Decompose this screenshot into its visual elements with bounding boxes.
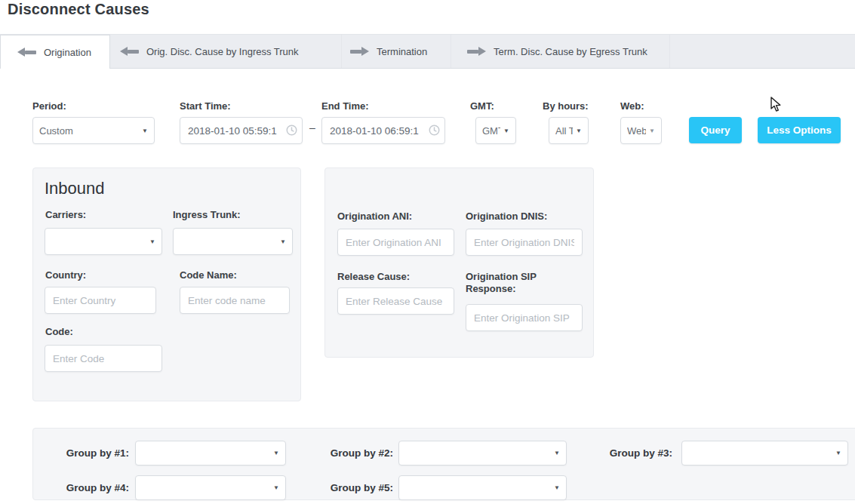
caret-down-icon: ▼ bbox=[554, 450, 560, 456]
web-filter: Web: Web ▼ bbox=[620, 100, 662, 144]
start-time-input[interactable] bbox=[180, 117, 303, 144]
mouse-cursor-icon bbox=[770, 97, 783, 115]
origination-dnis-label: Origination DNIS: bbox=[466, 211, 547, 223]
tab-termination[interactable]: Termination bbox=[342, 35, 451, 68]
tab-bar-filler bbox=[670, 35, 855, 68]
clock-icon[interactable] bbox=[429, 124, 440, 139]
period-select[interactable]: Custom ▼ bbox=[32, 117, 155, 144]
caret-down-icon: ▼ bbox=[503, 128, 509, 134]
tab-bar: Origination Orig. Disc. Cause by Ingress… bbox=[0, 34, 855, 69]
group-by-1-label: Group by #1: bbox=[33, 441, 129, 466]
country-label: Country: bbox=[45, 269, 86, 281]
code-name-input[interactable] bbox=[180, 287, 290, 314]
caret-down-icon: ▼ bbox=[835, 450, 841, 456]
carriers-select[interactable]: ▼ bbox=[45, 228, 162, 255]
release-cause-label: Release Cause: bbox=[337, 271, 410, 283]
end-time-filter: End Time: bbox=[321, 100, 445, 144]
web-value: Web bbox=[627, 125, 646, 137]
origination-ani-label: Origination ANI: bbox=[337, 211, 412, 223]
group-by-4-select[interactable]: ▼ bbox=[135, 475, 286, 500]
end-time-input[interactable] bbox=[321, 117, 445, 144]
gmt-value: GMT - bbox=[482, 125, 500, 137]
arrow-right-icon bbox=[467, 47, 486, 56]
tab-label: Term. Disc. Cause by Egress Trunk bbox=[494, 46, 647, 57]
origination-sip-response-label: Origination SIP Response: bbox=[466, 271, 579, 295]
country-input[interactable] bbox=[45, 287, 156, 314]
period-label: Period: bbox=[32, 100, 155, 112]
caret-down-icon: ▼ bbox=[280, 238, 286, 245]
gmt-label: GMT: bbox=[470, 100, 516, 112]
release-cause-input[interactable] bbox=[337, 287, 454, 315]
start-time-filter: Start Time: bbox=[180, 100, 303, 144]
period-value: Custom bbox=[39, 125, 139, 137]
tab-label: Origination bbox=[44, 47, 91, 58]
clock-icon[interactable] bbox=[286, 124, 297, 139]
start-time-label: Start Time: bbox=[180, 100, 303, 112]
less-options-button[interactable]: Less Options bbox=[758, 117, 841, 143]
caret-down-icon: ▼ bbox=[149, 238, 155, 245]
gmt-select[interactable]: GMT - ▼ bbox=[475, 117, 516, 144]
caret-down-icon: ▼ bbox=[576, 128, 582, 134]
inbound-heading: Inbound bbox=[45, 179, 105, 198]
group-by-3-select[interactable]: ▼ bbox=[681, 441, 848, 466]
arrow-left-icon bbox=[120, 47, 139, 56]
code-input[interactable] bbox=[45, 345, 162, 372]
gmt-filter: GMT: GMT - ▼ bbox=[470, 100, 516, 144]
group-by-5-label: Group by #5: bbox=[282, 475, 393, 500]
code-label: Code: bbox=[45, 326, 73, 338]
group-by-panel: Group by #1: ▼ Group by #2: ▼ Group by #… bbox=[32, 428, 855, 500]
carriers-label: Carriers: bbox=[45, 209, 86, 221]
caret-down-icon: ▼ bbox=[273, 484, 279, 491]
tab-term-disc-cause-by-egress-trunk[interactable]: Term. Disc. Cause by Egress Trunk bbox=[451, 35, 670, 68]
tab-orig-disc-cause-by-ingress-trunk[interactable]: Orig. Disc. Cause by Ingress Trunk bbox=[110, 35, 342, 68]
group-by-5-select[interactable]: ▼ bbox=[398, 475, 567, 500]
page-title: Disconnect Causes bbox=[8, 1, 149, 18]
by-hours-filter: By hours: All Time ▼ bbox=[543, 100, 589, 144]
tab-label: Termination bbox=[377, 46, 427, 57]
ingress-trunk-label: Ingress Trunk: bbox=[173, 209, 241, 221]
end-time-label: End Time: bbox=[321, 100, 445, 112]
origination-fields-panel: Origination ANI: Origination DNIS: Relea… bbox=[324, 167, 594, 358]
ingress-trunk-select[interactable]: ▼ bbox=[173, 228, 293, 255]
origination-dnis-input[interactable] bbox=[466, 229, 583, 256]
group-by-2-select[interactable]: ▼ bbox=[398, 441, 567, 466]
group-by-4-label: Group by #4: bbox=[33, 475, 129, 500]
group-by-1-select[interactable]: ▼ bbox=[135, 441, 286, 466]
tab-origination[interactable]: Origination bbox=[0, 35, 110, 69]
web-label: Web: bbox=[620, 100, 662, 112]
arrow-left-icon bbox=[17, 48, 36, 57]
caret-down-icon: ▼ bbox=[273, 450, 279, 456]
origination-ani-input[interactable] bbox=[337, 229, 454, 256]
disconnect-causes-page: Disconnect Causes Origination Orig. Disc… bbox=[0, 0, 855, 504]
tab-label: Orig. Disc. Cause by Ingress Trunk bbox=[146, 46, 299, 57]
by-hours-label: By hours: bbox=[543, 100, 589, 112]
caret-down-icon: ▼ bbox=[142, 128, 148, 134]
arrow-right-icon bbox=[350, 47, 369, 56]
caret-down-icon: ▼ bbox=[554, 484, 560, 491]
code-name-label: Code Name: bbox=[180, 269, 237, 281]
by-hours-value: All Time bbox=[555, 125, 573, 137]
by-hours-select[interactable]: All Time ▼ bbox=[549, 117, 589, 144]
time-range-dash: – bbox=[305, 121, 320, 134]
group-by-3-label: Group by #3: bbox=[561, 441, 672, 466]
period-filter: Period: Custom ▼ bbox=[32, 100, 155, 144]
query-button[interactable]: Query bbox=[689, 117, 742, 143]
origination-sip-response-input[interactable] bbox=[466, 304, 583, 331]
inbound-panel: Inbound Carriers: Ingress Trunk: ▼ ▼ Cou… bbox=[32, 167, 301, 401]
group-by-2-label: Group by #2: bbox=[282, 441, 393, 466]
web-select[interactable]: Web ▼ bbox=[620, 117, 662, 144]
caret-down-icon: ▼ bbox=[649, 128, 655, 134]
